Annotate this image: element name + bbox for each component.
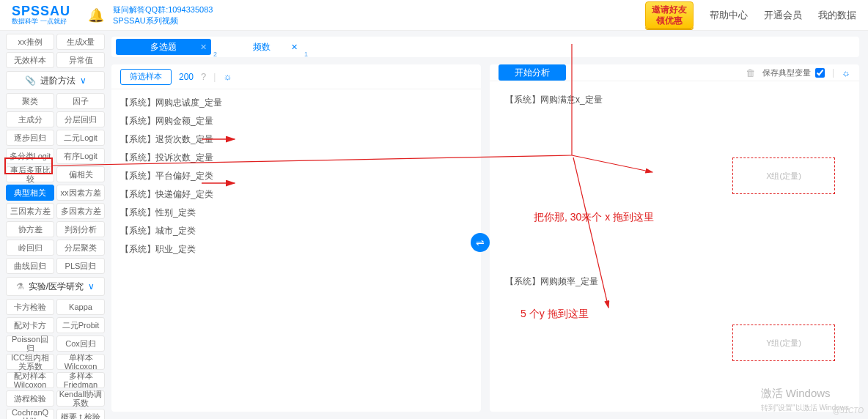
side-btn[interactable]: 三因素方差 <box>6 203 54 219</box>
variable-item[interactable]: 【系统】平台偏好_定类 <box>120 167 472 185</box>
side-btn[interactable]: 异常值 <box>56 52 105 68</box>
side-btn[interactable]: xx推例 <box>6 34 54 50</box>
side-btn[interactable]: 二元Probit <box>56 317 105 333</box>
side-btn[interactable]: xx因素方差 <box>56 185 105 201</box>
side-btn[interactable]: 有序Logit <box>56 148 105 164</box>
y-drop-box[interactable]: Y组(定量) <box>732 325 835 361</box>
qq-group-link[interactable]: 疑问解答QQ群:1094335083 <box>113 4 213 15</box>
bell-icon[interactable]: 🔔 <box>88 7 104 23</box>
sidebar-section-advanced[interactable]: 📎 进阶方法 ∨ <box>6 71 105 90</box>
variable-panel: 筛选样本 200 ? | ☼ 【系统】网购忠诚度_定量【系统】网购金额_定量【系… <box>111 64 481 412</box>
side-btn[interactable]: 分层回归 <box>56 111 105 127</box>
side-btn[interactable]: 协方差 <box>6 221 54 237</box>
side-btn[interactable]: 分层聚类 <box>56 240 105 256</box>
variable-item[interactable]: 【系统】投诉次数_定量 <box>120 149 472 167</box>
video-link[interactable]: SPSSAU系列视频 <box>113 15 213 26</box>
side-btn[interactable]: 配对样本Wilcoxon <box>6 372 54 388</box>
side-btn[interactable]: Kendall协调系数 <box>56 390 105 407</box>
logo: SPSSAU <box>12 4 70 18</box>
variable-item[interactable]: 【系统】性别_定类 <box>120 204 472 222</box>
side-btn[interactable]: 偏相关 <box>56 166 105 182</box>
close-icon[interactable]: ✕ <box>291 42 298 52</box>
my-data-link[interactable]: 我的数据 <box>818 9 856 22</box>
chevron-down-icon: ∨ <box>88 281 95 292</box>
analysis-tabs: 多选题 ✕ 2 频数 ✕ 1 <box>111 37 859 57</box>
sample-count: 200 <box>179 72 194 82</box>
config-panel: ⇌ 开始分析 🗑 保存典型变量 | ☼ 【系统】网购满意x_定量 X组(定量) <box>490 64 859 412</box>
x-drop-box[interactable]: X组(定量) <box>732 157 835 194</box>
side-btn[interactable]: 游程检验 <box>6 390 54 407</box>
side-btn[interactable]: 配对卡方 <box>6 317 54 333</box>
variable-item[interactable]: 【系统】职业_定类 <box>120 240 472 259</box>
side-btn[interactable]: 因子 <box>56 93 105 109</box>
tab-frequency[interactable]: 频数 ✕ 1 <box>221 39 302 55</box>
variable-list: 【系统】网购忠诚度_定量【系统】网购金额_定量【系统】退货次数_定量【系统】投诉… <box>111 89 481 412</box>
variable-item[interactable]: 【系统】网购忠诚度_定量 <box>120 94 472 112</box>
side-btn[interactable]: 岭回归 <box>6 240 54 256</box>
variable-item[interactable]: 【系统】快递偏好_定类 <box>120 185 472 204</box>
side-btn[interactable]: 判别分析 <box>56 221 105 237</box>
logo-tagline: 数据科学 一点就好 <box>12 17 70 26</box>
side-btn[interactable]: 多分类Logit <box>6 148 54 164</box>
side-btn[interactable]: 概要 t 检验 <box>56 409 105 419</box>
side-btn[interactable]: 主成分 <box>6 111 54 127</box>
side-btn[interactable]: 无效样本 <box>6 52 54 68</box>
bulb-icon[interactable]: ☼ <box>842 67 850 78</box>
side-btn[interactable]: Poisson回归 <box>6 335 54 352</box>
save-model-label: 保存典型变量 <box>762 67 811 78</box>
side-btn[interactable]: ICC组内相关系数 <box>6 354 54 370</box>
side-btn[interactable]: 单样本Wilcoxon <box>56 354 105 370</box>
side-btn[interactable]: 逐步回归 <box>6 130 54 146</box>
help-icon[interactable]: ? <box>201 71 206 82</box>
side-btn[interactable]: 二元Logit <box>56 130 105 146</box>
header-help-links: 疑问解答QQ群:1094335083 SPSSAU系列视频 <box>113 4 213 26</box>
variable-item[interactable]: 【系统】退货次数_定量 <box>120 130 472 149</box>
logo-block: SPSSAU 数据科学 一点就好 <box>12 4 70 26</box>
flask-icon: ⚗ <box>16 281 24 292</box>
help-center-link[interactable]: 帮助中心 <box>710 9 748 22</box>
side-btn[interactable]: Kappa <box>56 299 105 315</box>
bulb-icon[interactable]: ☼ <box>223 71 232 82</box>
side-btn[interactable]: 多因素方差 <box>56 203 105 219</box>
side-btn[interactable]: PLS回归 <box>56 258 105 274</box>
invite-badge[interactable]: 邀请好友 领优惠 <box>645 1 694 29</box>
save-model-checkbox[interactable] <box>815 68 825 78</box>
side-btn[interactable]: 卡方检验 <box>6 299 54 315</box>
main-area: 多选题 ✕ 2 频数 ✕ 1 筛选样本 200 ? | ☼ 【系统】网购忠诚度_… <box>111 37 859 413</box>
trash-icon[interactable]: 🗑 <box>746 67 755 78</box>
app-header: SPSSAU 数据科学 一点就好 🔔 疑问解答QQ群:1094335083 SP… <box>0 0 868 31</box>
x-drop-zone[interactable]: 【系统】网购满意x_定量 X组(定量) <box>497 87 852 256</box>
x-zone-item[interactable]: 【系统】网购满意x_定量 <box>498 88 851 106</box>
tab-multichoice[interactable]: 多选题 ✕ 2 <box>116 39 211 55</box>
side-btn[interactable]: 事后多重比较 <box>6 166 54 182</box>
side-btn[interactable]: 生成x量 <box>56 34 105 50</box>
side-btn[interactable]: 聚类 <box>6 93 54 109</box>
close-icon[interactable]: ✕ <box>200 42 207 52</box>
side-btn[interactable]: CochranQ检验 <box>6 409 54 419</box>
open-vip-link[interactable]: 开通会员 <box>764 9 802 22</box>
filter-sample-button[interactable]: 筛选样本 <box>120 69 172 85</box>
variable-item[interactable]: 【系统】网购金额_定量 <box>120 112 472 130</box>
side-btn[interactable]: Cox回归 <box>56 335 105 352</box>
y-zone-item[interactable]: 【系统】网购频率_定量 <box>498 270 851 288</box>
side-btn[interactable]: 典型相关 <box>6 185 54 201</box>
start-analysis-button[interactable]: 开始分析 <box>499 64 566 81</box>
side-btn[interactable]: 曲线回归 <box>6 258 54 274</box>
variable-item[interactable]: 【系统】城市_定类 <box>120 222 472 240</box>
chevron-down-icon: ∨ <box>80 75 87 86</box>
clip-icon: 📎 <box>25 75 36 86</box>
side-btn[interactable]: 多样本Friedman <box>56 372 105 388</box>
swap-button[interactable]: ⇌ <box>471 233 490 252</box>
header-right: 邀请好友 领优惠 帮助中心 开通会员 我的数据 <box>645 1 856 29</box>
left-sidebar: xx推例 生成x量 无效样本 异常值 📎 进阶方法 ∨ 聚类因子主成分分层回归逐… <box>6 34 105 419</box>
source-watermark: @51CTO <box>833 407 864 415</box>
sidebar-section-experiment[interactable]: ⚗ 实验/医学研究 ∨ <box>6 277 105 296</box>
